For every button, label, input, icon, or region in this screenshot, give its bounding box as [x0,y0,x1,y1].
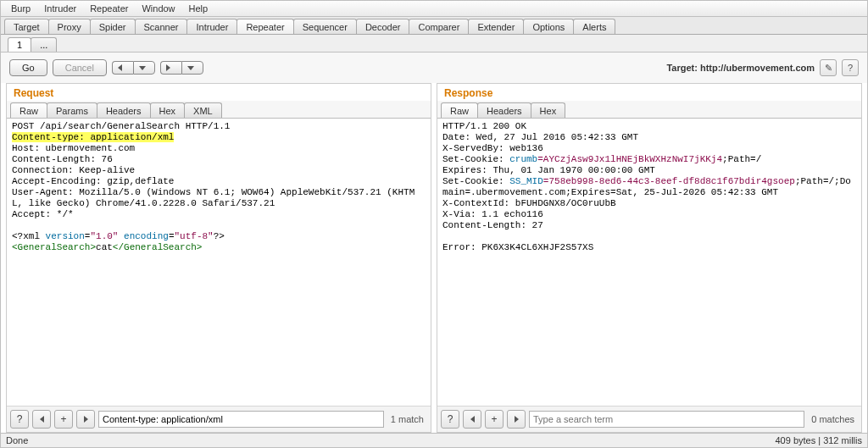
menu-item-burp[interactable]: Burp [4,2,37,15]
tab-intruder[interactable]: Intruder [186,19,237,34]
chevron-down-icon [187,66,194,70]
request-match-count: 1 match [387,414,427,424]
chevron-left-icon [118,64,122,71]
go-button[interactable]: Go [9,59,47,76]
history-back-button[interactable] [112,61,133,75]
menu-item-help[interactable]: Help [182,2,215,15]
search-next-button[interactable] [507,410,526,429]
tab-extender[interactable]: Extender [468,19,524,34]
tab-decoder[interactable]: Decoder [356,19,410,34]
history-back-dropdown[interactable] [133,61,155,75]
menubar: Burp Intruder Repeater Window Help [1,1,867,17]
menu-item-intruder[interactable]: Intruder [37,2,83,15]
history-forward-button[interactable] [160,61,181,75]
chevron-down-icon [139,66,146,70]
repeater-subtabs: 1 ... [1,35,867,53]
response-match-count: 0 matches [808,414,858,424]
search-help-button[interactable]: ? [441,410,459,429]
request-tab-params[interactable]: Params [47,102,97,118]
history-back-group [112,61,155,75]
toolbar-right: Target: http://ubermovement.com ✎ ? [666,59,859,76]
response-view-tabs: Raw Headers Hex [437,101,861,119]
request-tab-raw[interactable]: Raw [10,102,47,118]
help-icon: ? [848,63,853,73]
request-editor[interactable]: POST /api/search/GeneralSearch HTTP/1.1 … [7,119,431,406]
response-search-input[interactable] [529,411,804,428]
response-pane: Response Raw Headers Hex HTTP/1.1 200 OK… [437,83,862,433]
response-search-bar: ? + 0 matches [437,406,861,432]
tab-proxy[interactable]: Proxy [48,19,91,34]
search-add-button[interactable]: + [485,410,504,429]
tab-repeater[interactable]: Repeater [236,19,293,34]
history-forward-dropdown[interactable] [181,61,203,75]
tab-alerts[interactable]: Alerts [573,19,615,34]
response-tab-raw[interactable]: Raw [441,102,478,118]
request-tab-hex[interactable]: Hex [150,102,186,118]
repeater-tab-1[interactable]: 1 [8,37,31,52]
request-search-input[interactable] [98,411,384,428]
repeater-tab-new[interactable]: ... [31,37,57,52]
toolbar: Go Cancel Target: http://ubermovement.co… [1,53,867,83]
history-forward-group [160,61,203,75]
tab-scanner[interactable]: Scanner [135,19,188,34]
target-label: Target: http://ubermovement.com [666,63,815,73]
status-bar: Done 409 bytes | 312 millis [1,433,867,447]
request-tab-headers[interactable]: Headers [97,102,151,118]
split-container: Request Raw Params Headers Hex XML POST … [1,83,867,433]
edit-target-button[interactable]: ✎ [820,59,837,76]
search-next-button[interactable] [76,410,95,429]
tab-target[interactable]: Target [4,19,49,34]
response-tab-hex[interactable]: Hex [531,102,566,118]
chevron-right-icon [166,64,170,71]
status-right: 409 bytes | 312 millis [775,435,862,445]
chevron-left-icon [470,416,475,423]
chevron-right-icon [515,416,519,423]
request-tab-xml[interactable]: XML [184,102,222,118]
toolbar-left: Go Cancel [9,59,203,76]
tab-options[interactable]: Options [523,19,574,34]
app-root: Burp Intruder Repeater Window Help Targe… [0,0,868,448]
response-tab-headers[interactable]: Headers [477,102,531,118]
main-tab-strip: Target Proxy Spider Scanner Intruder Rep… [1,17,867,35]
tab-sequencer[interactable]: Sequencer [293,19,357,34]
pencil-icon: ✎ [825,63,832,74]
chevron-left-icon [40,416,44,423]
request-view-tabs: Raw Params Headers Hex XML [7,101,431,119]
menu-item-window[interactable]: Window [135,2,181,15]
request-search-bar: ? + 1 match [7,406,431,432]
tab-comparer[interactable]: Comparer [409,19,469,34]
highlighted-header: Content-type: application/xml [12,132,174,142]
search-add-button[interactable]: + [54,410,73,429]
response-title: Response [437,84,861,101]
tab-spider[interactable]: Spider [90,19,136,34]
request-title: Request [7,84,431,101]
search-help-button[interactable]: ? [10,410,29,429]
cancel-button[interactable]: Cancel [53,59,107,76]
menu-item-repeater[interactable]: Repeater [83,2,135,15]
status-left: Done [6,435,28,445]
request-pane: Request Raw Params Headers Hex XML POST … [6,83,431,433]
chevron-right-icon [84,416,88,423]
response-viewer[interactable]: HTTP/1.1 200 OK Date: Wed, 27 Jul 2016 0… [437,119,861,406]
search-prev-button[interactable] [32,410,51,429]
search-prev-button[interactable] [463,410,481,429]
help-button[interactable]: ? [842,59,859,76]
